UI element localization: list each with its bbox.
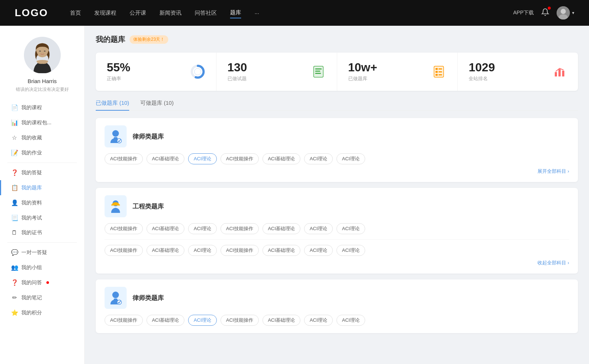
collapse-all-link-engineer[interactable]: 收起全部科目 › xyxy=(105,260,569,266)
tabs-row: 已做题库 (10) 可做题库 (10) xyxy=(96,100,578,111)
stat-questions-label: 已做试题 xyxy=(228,75,305,82)
sidebar-item-label: 我的课程 xyxy=(21,104,42,111)
notification-bell[interactable] xyxy=(541,8,549,18)
bank-icon: 📋 xyxy=(11,184,18,191)
nav-divider-1 xyxy=(7,163,77,163)
bank-title-lawyer2: 律师类题库 xyxy=(133,294,164,302)
nav-news[interactable]: 新闻资讯 xyxy=(159,8,181,18)
sidebar-item-my-course[interactable]: 📄 我的课程 xyxy=(0,100,84,115)
stat-banks-done: 10w+ 已做题库 xyxy=(337,53,458,91)
sidebar-item-course-package[interactable]: 📊 我的课程包... xyxy=(0,115,84,130)
tag-item[interactable]: ACI基础理论 xyxy=(262,245,301,256)
tab-done-banks[interactable]: 已做题库 (10) xyxy=(96,100,129,110)
sidebar-item-notes[interactable]: ✏ 我的笔记 xyxy=(0,290,84,305)
stat-accuracy-label: 正确率 xyxy=(107,75,184,82)
question-icon: ❓ xyxy=(11,169,18,176)
tag-item[interactable]: ACI基础理论 xyxy=(147,245,185,256)
sidebar-item-my-exam[interactable]: 📃 我的考试 xyxy=(0,210,84,225)
rank-chart-icon xyxy=(552,64,567,79)
tag-item[interactable]: ACI理论 xyxy=(304,245,333,256)
tag-item-active[interactable]: ACI理论 xyxy=(188,153,217,164)
page-title: 我的题库 xyxy=(96,35,125,44)
bank-tags-row-lawyer2: ACI技能操作 ACI基础理论 ACI理论 ACI技能操作 ACI基础理论 AC… xyxy=(105,315,569,326)
sidebar-item-question-bank[interactable]: 📋 我的题库 xyxy=(0,180,84,195)
sheet-icon xyxy=(311,64,326,79)
avatar xyxy=(557,6,570,19)
sidebar-item-label: 我的问答 xyxy=(21,279,42,286)
tag-item-active[interactable]: ACI理论 xyxy=(188,315,217,326)
tag-item[interactable]: ACI技能操作 xyxy=(221,223,259,234)
stat-rank-value: 1029 xyxy=(469,61,546,73)
tag-item[interactable]: ACI基础理论 xyxy=(147,223,185,234)
points-icon: ⭐ xyxy=(11,309,18,316)
bank-tags-row1-engineer: ACI技能操作 ACI基础理论 ACI理论 ACI技能操作 ACI基础理论 AC… xyxy=(105,223,569,234)
svg-rect-19 xyxy=(438,71,442,72)
tag-item[interactable]: ACI理论 xyxy=(188,245,217,256)
sidebar-item-one-on-one[interactable]: 💬 一对一答疑 xyxy=(0,245,84,260)
sidebar-item-my-data[interactable]: 👤 我的资料 xyxy=(0,195,84,210)
document-icon: 📄 xyxy=(11,104,18,111)
sidebar-item-group[interactable]: 👥 我的小组 xyxy=(0,260,84,275)
svg-point-30 xyxy=(112,292,119,298)
tag-item[interactable]: ACI技能操作 xyxy=(105,315,143,326)
tag-item[interactable]: ACI理论 xyxy=(188,223,217,234)
sidebar-item-certificate[interactable]: 🗒 我的证书 xyxy=(0,225,84,240)
svg-rect-22 xyxy=(555,72,557,76)
sidebar-user-name: Brian Harris xyxy=(28,78,57,84)
tag-item[interactable]: ACI基础理论 xyxy=(147,153,185,164)
tag-item[interactable]: ACI技能操作 xyxy=(105,153,143,164)
tab-available-banks[interactable]: 可做题库 (10) xyxy=(140,100,174,110)
user-avatar-menu[interactable]: ▾ xyxy=(557,6,574,19)
stat-accuracy: 55% 正确率 xyxy=(96,53,216,91)
app-download-button[interactable]: APP下载 xyxy=(513,10,534,16)
nav-more[interactable]: ··· xyxy=(254,8,259,18)
sidebar-item-homework[interactable]: 📝 我的作业 xyxy=(0,145,84,160)
tag-item[interactable]: ACI理论 xyxy=(304,153,333,164)
tag-item[interactable]: ACI基础理论 xyxy=(262,315,301,326)
tag-item[interactable]: ACI技能操作 xyxy=(221,245,259,256)
tag-item[interactable]: ACI技能操作 xyxy=(221,315,259,326)
expand-all-link-lawyer1[interactable]: 展开全部科目 › xyxy=(105,168,569,175)
navbar: LOGO 首页 发现课程 公开课 新闻资讯 问答社区 题库 ··· APP下载 xyxy=(0,0,589,26)
nav-home[interactable]: 首页 xyxy=(70,8,81,18)
tag-item[interactable]: ACI理论 xyxy=(336,223,365,234)
bank-tags-row-lawyer1: ACI技能操作 ACI基础理论 ACI理论 ACI技能操作 ACI基础理论 AC… xyxy=(105,153,569,164)
sidebar-item-favorites[interactable]: ☆ 我的收藏 xyxy=(0,130,84,145)
tag-item[interactable]: ACI理论 xyxy=(336,153,365,164)
engineer-bank-icon xyxy=(105,195,127,217)
nav-open-course[interactable]: 公开课 xyxy=(130,8,146,18)
svg-rect-11 xyxy=(315,68,322,69)
sidebar-item-label: 我的资料 xyxy=(21,200,42,206)
group-icon: 👥 xyxy=(11,264,18,271)
sidebar-item-my-qa[interactable]: ❓ 我的答疑 xyxy=(0,165,84,180)
stat-rank: 1029 全站排名 xyxy=(458,53,578,91)
tag-item[interactable]: ACI技能操作 xyxy=(221,153,259,164)
bank-tags-row2-engineer: ACI技能操作 ACI基础理论 ACI理论 ACI技能操作 ACI基础理论 AC… xyxy=(105,245,569,256)
dropdown-icon: ▾ xyxy=(572,10,574,15)
nav-divider-2 xyxy=(7,242,77,243)
tag-item[interactable]: ACI基础理论 xyxy=(262,223,301,234)
tag-item[interactable]: ACI理论 xyxy=(336,245,365,256)
nav-discover[interactable]: 发现课程 xyxy=(94,8,116,18)
svg-point-1 xyxy=(561,9,566,14)
sidebar-item-my-questions[interactable]: ❓ 我的问答 xyxy=(0,275,84,290)
nav-qa[interactable]: 问答社区 xyxy=(195,8,217,18)
sidebar-motto: 错误的决定比没有决定要好 xyxy=(10,86,75,93)
svg-rect-18 xyxy=(435,71,438,73)
chat-icon: 💬 xyxy=(11,249,18,256)
tag-item[interactable]: ACI理论 xyxy=(336,315,365,326)
accuracy-donut-icon xyxy=(190,64,205,79)
list-icon xyxy=(431,64,446,79)
sidebar-item-label: 我的题库 xyxy=(21,185,42,191)
logo[interactable]: LOGO xyxy=(15,7,48,19)
tag-item[interactable]: ACI基础理论 xyxy=(262,153,301,164)
tag-item[interactable]: ACI技能操作 xyxy=(105,223,143,234)
tag-item[interactable]: ACI理论 xyxy=(304,315,333,326)
tag-item[interactable]: ACI理论 xyxy=(304,223,333,234)
nav-questions[interactable]: 题库 xyxy=(230,8,241,18)
tag-item[interactable]: ACI技能操作 xyxy=(105,245,143,256)
sidebar-item-points[interactable]: ⭐ 我的积分 xyxy=(0,305,84,320)
bank-title-lawyer1: 律师类题库 xyxy=(133,132,164,141)
tag-item[interactable]: ACI基础理论 xyxy=(147,315,185,326)
sidebar-item-label: 我的收藏 xyxy=(21,135,42,141)
